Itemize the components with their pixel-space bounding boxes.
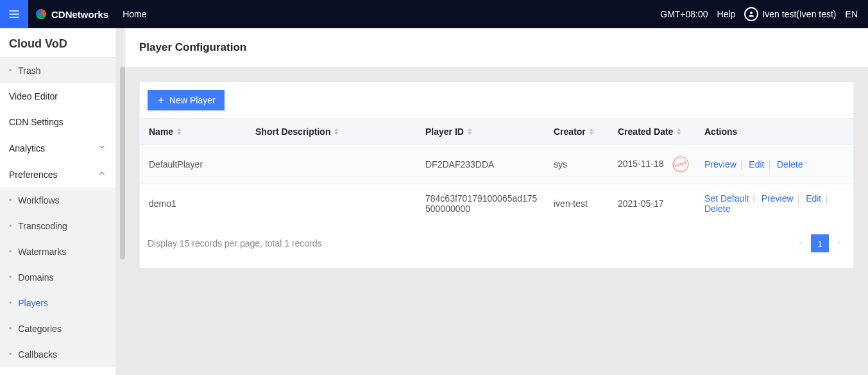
pager-prev[interactable] — [794, 236, 807, 251]
sidebar-item-cdn-settings[interactable]: CDN Settings — [0, 109, 115, 135]
sidebar-product-title: Cloud VoD — [0, 28, 115, 58]
sidebar-item-label: Analytics — [9, 143, 45, 153]
sidebar-item-players[interactable]: Players — [0, 290, 115, 316]
pager-page-1[interactable]: 1 — [811, 234, 829, 252]
page-title: Player Configuration — [139, 41, 854, 54]
help-link[interactable]: Help — [717, 9, 736, 19]
cell-name: DefaultPlayer — [140, 145, 249, 184]
sidebar-item-preferences[interactable]: Preferences — [0, 161, 115, 188]
sidebar-item-label: Preferences — [9, 170, 57, 180]
sidebar-item-label: Trash — [18, 65, 106, 76]
sidebar-item-label: Transcoding — [18, 221, 106, 231]
players-table: Name Short Description Player ID Creator… — [140, 119, 853, 223]
sidebar-item-label: Watermarks — [18, 247, 106, 257]
action-preview[interactable]: Preview — [704, 159, 736, 170]
sidebar: Cloud VoD Trash Video Editor CDN Setting… — [0, 28, 116, 375]
sidebar-item-label: Categories — [18, 324, 106, 334]
user-menu[interactable]: Iven test(Iven test) — [744, 7, 836, 21]
sidebar-item-categories[interactable]: Categories — [0, 316, 115, 342]
plus-icon — [157, 96, 166, 105]
sort-icon — [176, 126, 182, 137]
sidebar-item-analytics[interactable]: Analytics — [0, 135, 115, 161]
sidebar-item-transcoding[interactable]: Transcoding — [0, 213, 115, 239]
action-delete[interactable]: Delete — [777, 159, 803, 170]
action-edit[interactable]: Edit — [806, 193, 821, 204]
col-created-date[interactable]: Created Date — [611, 119, 698, 145]
sidebar-item-label: Video Editor — [9, 91, 58, 101]
sidebar-item-trash[interactable]: Trash — [0, 58, 115, 83]
new-player-button[interactable]: New Player — [148, 90, 225, 110]
pagination-summary: Display 15 records per page, total 1 rec… — [148, 238, 322, 249]
brand-logo-icon — [36, 9, 46, 19]
sidebar-item-watermarks[interactable]: Watermarks — [0, 239, 115, 265]
sort-icon — [588, 126, 595, 137]
new-player-label: New Player — [169, 95, 216, 105]
chevron-right-icon — [835, 239, 843, 247]
sidebar-item-label: Players — [18, 298, 106, 308]
chevron-left-icon — [797, 239, 804, 247]
brand: CDNetworks — [36, 9, 108, 20]
sidebar-item-domains[interactable]: Domains — [0, 265, 115, 290]
sort-icon — [676, 126, 682, 137]
cell-created: 2021-05-17 — [611, 184, 698, 223]
cell-short — [249, 184, 419, 223]
cell-actions: Set Default| Preview| Edit| Delete — [698, 184, 853, 223]
col-name[interactable]: Name — [140, 119, 249, 145]
table-row: demo1 784c63f70179100065ad175500000000 i… — [140, 184, 853, 223]
col-player-id[interactable]: Player ID — [419, 119, 547, 145]
col-short-description[interactable]: Short Description — [249, 119, 419, 145]
cell-created: 2015-11-18 Default — [611, 145, 698, 184]
sidebar-item-label: Workflows — [18, 195, 106, 205]
action-preview[interactable]: Preview — [762, 193, 794, 204]
cell-player-id: DF2DAF233DDA — [419, 145, 547, 184]
cell-player-id: 784c63f70179100065ad175500000000 — [419, 184, 547, 223]
cell-name: demo1 — [140, 184, 249, 223]
user-name: Iven test(Iven test) — [762, 9, 836, 19]
language-switcher[interactable]: EN — [846, 9, 858, 19]
cell-creator: sys — [547, 145, 611, 184]
sort-icon — [466, 126, 473, 137]
action-edit[interactable]: Edit — [749, 159, 764, 170]
table-row: DefaultPlayer DF2DAF233DDA sys 2015-11-1… — [140, 145, 853, 184]
hamburger-menu-button[interactable] — [0, 0, 28, 28]
action-set-default[interactable]: Set Default — [704, 193, 749, 204]
sidebar-item-video-editor[interactable]: Video Editor — [0, 83, 115, 109]
brand-text: CDNetworks — [51, 9, 108, 20]
pager-next[interactable] — [833, 236, 846, 251]
chevron-up-icon — [98, 169, 106, 180]
action-delete[interactable]: Delete — [704, 204, 730, 214]
sidebar-item-label: Callbacks — [18, 349, 106, 360]
cell-short — [249, 145, 419, 184]
hamburger-icon — [8, 8, 21, 21]
chevron-down-icon — [98, 143, 106, 153]
nav-home[interactable]: Home — [123, 9, 146, 19]
cell-creator: iven-test — [547, 184, 611, 223]
cell-actions: Preview| Edit| Delete — [698, 145, 853, 184]
sort-icon — [333, 126, 339, 137]
svg-text:Default: Default — [674, 161, 686, 168]
pager: 1 — [794, 234, 846, 252]
sidebar-item-label: Domains — [18, 272, 106, 283]
timezone-label: GMT+08:00 — [660, 9, 708, 19]
sidebar-scrollbar[interactable] — [120, 67, 125, 259]
sidebar-item-workflows[interactable]: Workflows — [0, 188, 115, 213]
default-stamp-icon: Default — [670, 154, 691, 175]
col-creator[interactable]: Creator — [547, 119, 611, 145]
col-actions: Actions — [698, 119, 853, 145]
sidebar-item-label: CDN Settings — [9, 117, 64, 127]
sidebar-item-callbacks[interactable]: Callbacks — [0, 342, 115, 367]
user-avatar-icon — [744, 7, 758, 21]
